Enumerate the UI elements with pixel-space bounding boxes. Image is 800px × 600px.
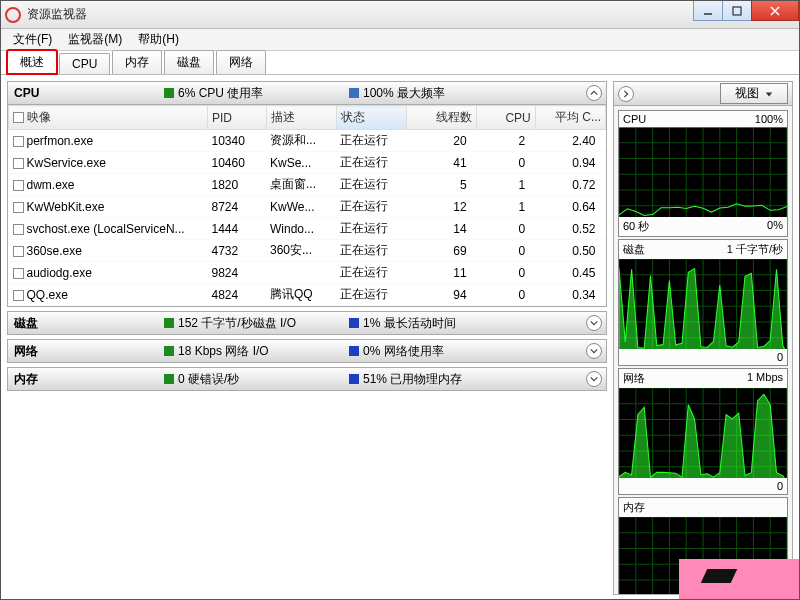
chart-磁盘: 磁盘1 千字节/秒0 — [618, 239, 788, 366]
section-memory-label: 内存 — [14, 371, 164, 388]
section-cpu-label: CPU — [14, 86, 164, 100]
cpu-table: 映像 PID 描述 状态 线程数 CPU 平均 C... perfmon.exe… — [7, 105, 607, 307]
view-dropdown[interactable]: 视图 — [720, 83, 788, 104]
maximize-button[interactable] — [722, 1, 752, 21]
chart-min-value: 0 — [777, 351, 783, 363]
titlebar[interactable]: 资源监视器 — [1, 1, 799, 29]
chart-title-text: 内存 — [623, 500, 645, 515]
row-checkbox[interactable] — [13, 136, 24, 147]
cpu-freq-text: 100% 最大频率 — [363, 85, 445, 102]
cpu-freq-swatch — [349, 88, 359, 98]
chevron-down-icon — [765, 90, 773, 98]
net-use-text: 0% 网络使用率 — [363, 343, 444, 360]
table-header-row: 映像 PID 描述 状态 线程数 CPU 平均 C... — [9, 106, 606, 130]
chart-title-text: CPU — [623, 113, 646, 125]
chart-max-value: 1 Mbps — [747, 371, 783, 386]
col-desc[interactable]: 描述 — [266, 106, 336, 130]
table-row[interactable]: KwWebKit.exe8724KwWe...正在运行1210.64 — [9, 196, 606, 218]
cpu-usage-text: 6% CPU 使用率 — [178, 85, 263, 102]
table-row[interactable]: perfmon.exe10340资源和...正在运行2022.40 — [9, 130, 606, 152]
chart-min-value: 0 — [777, 480, 783, 492]
expand-network-icon[interactable] — [586, 343, 602, 359]
col-status[interactable]: 状态 — [336, 106, 406, 130]
chart-网络: 网络1 Mbps0 — [618, 368, 788, 495]
menu-help[interactable]: 帮助(H) — [130, 29, 187, 50]
table-row[interactable]: QQ.exe4824腾讯QQ正在运行9400.34 — [9, 284, 606, 306]
disk-act-swatch — [349, 318, 359, 328]
chart-title-text: 磁盘 — [623, 242, 645, 257]
row-checkbox[interactable] — [13, 268, 24, 279]
section-memory-header[interactable]: 内存 0 硬错误/秒 51% 已用物理内存 — [7, 367, 607, 391]
expand-disk-icon[interactable] — [586, 315, 602, 331]
row-checkbox[interactable] — [13, 224, 24, 235]
chart-max-value: 100% — [755, 113, 783, 125]
expand-memory-icon[interactable] — [586, 371, 602, 387]
header-checkbox[interactable] — [13, 112, 24, 123]
table-row[interactable]: svchost.exe (LocalServiceN...1444Windo..… — [9, 218, 606, 240]
app-icon — [5, 7, 21, 23]
close-button[interactable] — [751, 1, 799, 21]
tab-network[interactable]: 网络 — [216, 50, 266, 74]
section-network-label: 网络 — [14, 343, 164, 360]
section-network-header[interactable]: 网络 18 Kbps 网络 I/O 0% 网络使用率 — [7, 339, 607, 363]
tab-overview[interactable]: 概述 — [7, 50, 57, 74]
col-threads[interactable]: 线程数 — [406, 106, 476, 130]
col-avg[interactable]: 平均 C... — [535, 106, 605, 130]
tab-memory[interactable]: 内存 — [112, 50, 162, 74]
mem-use-swatch — [349, 374, 359, 384]
col-cpu[interactable]: CPU — [477, 106, 536, 130]
tab-cpu[interactable]: CPU — [59, 53, 110, 74]
chart-min-value: 0% — [767, 219, 783, 234]
section-disk-header[interactable]: 磁盘 152 千字节/秒磁盘 I/O 1% 最长活动时间 — [7, 311, 607, 335]
row-checkbox[interactable] — [13, 202, 24, 213]
net-io-swatch — [164, 346, 174, 356]
svg-marker-4 — [766, 92, 772, 96]
disk-act-text: 1% 最长活动时间 — [363, 315, 456, 332]
table-row[interactable]: audiodg.exe9824正在运行1100.45 — [9, 262, 606, 284]
chart-title-text: 网络 — [623, 371, 645, 386]
menu-file[interactable]: 文件(F) — [5, 29, 60, 50]
row-checkbox[interactable] — [13, 290, 24, 301]
mem-fault-text: 0 硬错误/秒 — [178, 371, 239, 388]
chart-max-value: 1 千字节/秒 — [727, 242, 783, 257]
tabbar: 概述 CPU 内存 磁盘 网络 — [1, 51, 799, 75]
tab-disk[interactable]: 磁盘 — [164, 50, 214, 74]
chart-xaxis-label: 60 秒 — [623, 219, 649, 234]
mem-use-text: 51% 已用物理内存 — [363, 371, 462, 388]
row-checkbox[interactable] — [13, 180, 24, 191]
collapse-cpu-icon[interactable] — [586, 85, 602, 101]
table-row[interactable]: 360se.exe4732360安...正在运行6900.50 — [9, 240, 606, 262]
svg-rect-1 — [733, 7, 741, 15]
col-image[interactable]: 映像 — [9, 106, 208, 130]
menu-monitor[interactable]: 监视器(M) — [60, 29, 130, 50]
collapse-panel-icon[interactable] — [618, 86, 634, 102]
watermark — [679, 559, 799, 599]
charts-panel-header: 视图 — [614, 82, 792, 106]
row-checkbox[interactable] — [13, 246, 24, 257]
minimize-button[interactable] — [693, 1, 723, 21]
row-checkbox[interactable] — [13, 158, 24, 169]
cpu-usage-swatch — [164, 88, 174, 98]
net-use-swatch — [349, 346, 359, 356]
chart-CPU: CPU100%60 秒0% — [618, 110, 788, 237]
table-row[interactable]: KwService.exe10460KwSe...正在运行4100.94 — [9, 152, 606, 174]
section-cpu-header[interactable]: CPU 6% CPU 使用率 100% 最大频率 — [7, 81, 607, 105]
menubar: 文件(F) 监视器(M) 帮助(H) — [1, 29, 799, 51]
table-row[interactable]: dwm.exe1820桌面窗...正在运行510.72 — [9, 174, 606, 196]
mem-fault-swatch — [164, 374, 174, 384]
col-pid[interactable]: PID — [208, 106, 267, 130]
net-io-text: 18 Kbps 网络 I/O — [178, 343, 269, 360]
section-disk-label: 磁盘 — [14, 315, 164, 332]
disk-io-text: 152 千字节/秒磁盘 I/O — [178, 315, 296, 332]
charts-panel: 视图 CPU100%60 秒0%磁盘1 千字节/秒0网络1 Mbps0内存 — [613, 81, 793, 595]
disk-io-swatch — [164, 318, 174, 328]
window-title: 资源监视器 — [27, 6, 87, 23]
